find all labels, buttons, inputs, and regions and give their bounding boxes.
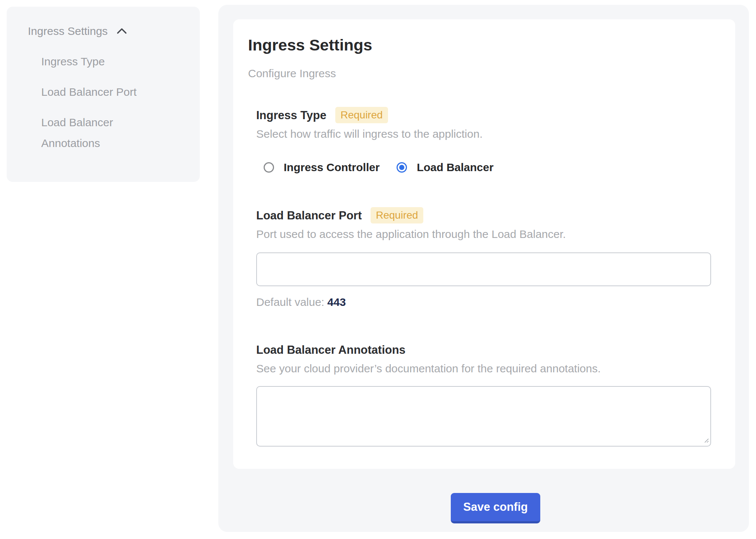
section-heading-row: Load Balancer Port Required	[256, 207, 711, 223]
section-heading-row: Load Balancer Annotations	[256, 342, 711, 358]
resize-handle-icon[interactable]	[703, 437, 709, 445]
section-load-balancer-annotations: Load Balancer Annotations See your cloud…	[256, 342, 711, 447]
default-value-line: Default value:443	[256, 295, 711, 309]
sidebar-group-ingress-settings[interactable]: Ingress Settings	[28, 24, 185, 38]
page-subtitle: Configure Ingress	[248, 67, 711, 80]
section-description-load-balancer-port: Port used to access the application thro…	[256, 227, 711, 241]
save-config-button[interactable]: Save config	[451, 493, 540, 523]
section-description-load-balancer-annotations: See your cloud provider’s documentation …	[256, 362, 711, 376]
section-ingress-type: Ingress Type Required Select how traffic…	[256, 107, 711, 174]
ingress-type-radio-group: Ingress Controller Load Balancer	[256, 160, 711, 174]
chevron-up-icon	[116, 27, 128, 36]
radio-button-icon[interactable]	[264, 162, 274, 173]
radio-option-ingress-controller[interactable]: Ingress Controller	[264, 160, 379, 174]
section-heading-ingress-type: Ingress Type	[256, 107, 326, 123]
settings-sidebar: Ingress Settings Ingress Type Load Balan…	[7, 7, 200, 182]
section-heading-load-balancer-port: Load Balancer Port	[256, 208, 362, 223]
sidebar-group-label: Ingress Settings	[28, 24, 108, 38]
required-badge: Required	[371, 207, 423, 223]
radio-option-load-balancer[interactable]: Load Balancer	[397, 160, 493, 174]
section-load-balancer-port: Load Balancer Port Required Port used to…	[256, 207, 711, 309]
load-balancer-annotations-textarea[interactable]	[256, 386, 711, 447]
main-panel: Ingress Settings Configure Ingress Ingre…	[218, 5, 749, 532]
ingress-settings-card: Ingress Settings Configure Ingress Ingre…	[233, 19, 735, 469]
sidebar-item-list: Ingress Type Load Balancer Port Load Bal…	[41, 51, 167, 154]
form-sections: Ingress Type Required Select how traffic…	[256, 107, 711, 447]
default-value: 443	[327, 296, 346, 308]
required-badge: Required	[335, 107, 388, 123]
annotations-textarea-wrap	[256, 386, 711, 447]
sidebar-item-load-balancer-annotations[interactable]: Load Balancer Annotations	[41, 112, 167, 154]
radio-label: Ingress Controller	[284, 160, 379, 174]
radio-label: Load Balancer	[417, 160, 493, 174]
radio-button-icon[interactable]	[397, 162, 407, 173]
page-title: Ingress Settings	[248, 36, 711, 53]
sidebar-item-ingress-type[interactable]: Ingress Type	[41, 51, 167, 72]
section-heading-load-balancer-annotations: Load Balancer Annotations	[256, 342, 405, 358]
sidebar-item-load-balancer-port[interactable]: Load Balancer Port	[41, 82, 167, 102]
load-balancer-port-input[interactable]	[256, 252, 711, 286]
section-description-ingress-type: Select how traffic will ingress to the a…	[256, 127, 711, 141]
section-heading-row: Ingress Type Required	[256, 107, 711, 123]
default-value-label: Default value:	[256, 296, 324, 308]
